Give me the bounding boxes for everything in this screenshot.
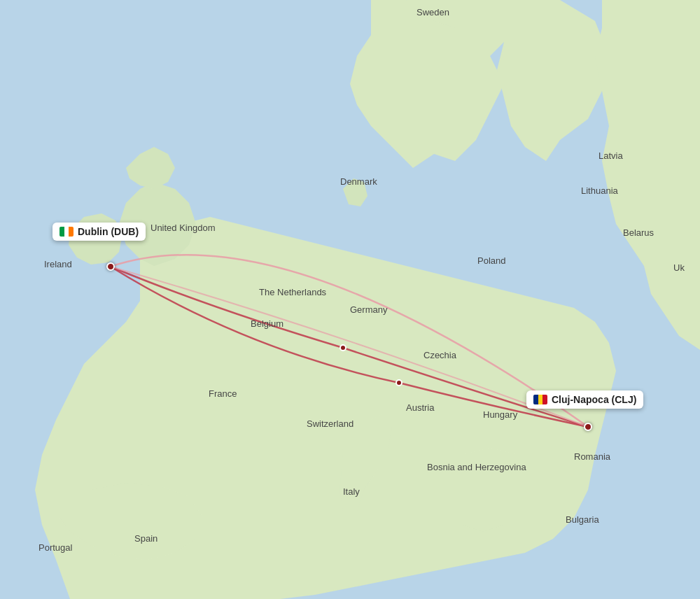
cluj-label: Cluj-Napoca (CLJ)	[526, 390, 643, 409]
stop-dot-2	[396, 379, 402, 386]
romania-flag	[533, 395, 547, 404]
dublin-label-text: Dublin (DUB)	[78, 226, 139, 237]
stop-dot-1	[340, 344, 346, 351]
map-container: Sweden Latvia Lithuania Belarus Denmark …	[0, 0, 700, 599]
ireland-flag	[59, 227, 74, 237]
dublin-label: Dublin (DUB)	[52, 223, 146, 241]
dublin-dot	[106, 262, 115, 271]
cluj-label-text: Cluj-Napoca (CLJ)	[552, 394, 636, 405]
map-svg	[0, 0, 700, 599]
cluj-dot	[584, 423, 592, 431]
